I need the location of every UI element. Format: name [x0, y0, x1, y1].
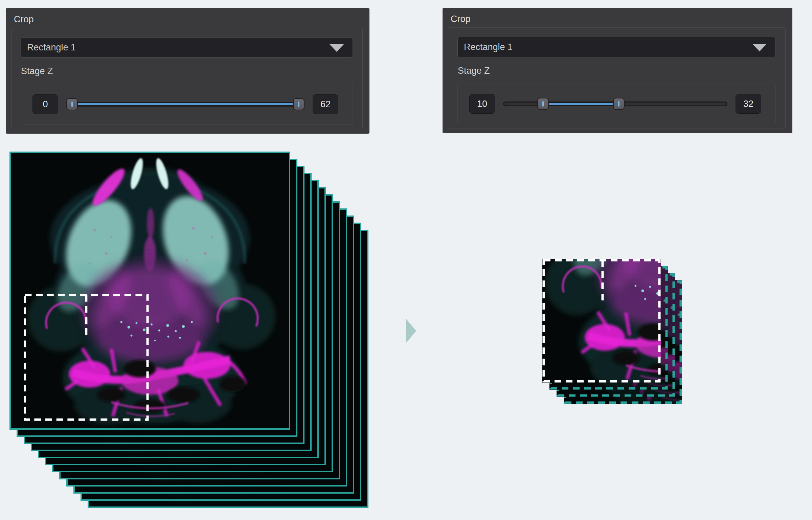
crop-groupbox: Rectangle 1 Stage Z 0 62 [11, 28, 363, 129]
crop-panel-left: Crop Rectangle 1 Stage Z 0 62 [6, 8, 369, 134]
slider-handle-high[interactable] [293, 98, 304, 110]
stage-z-max-field[interactable]: 62 [313, 94, 338, 114]
dropdown-arrow-icon [752, 44, 767, 51]
slider-fill [72, 103, 299, 106]
cropped-slice-front [542, 259, 661, 383]
panel-title: Crop [451, 14, 471, 24]
crop-panel-right: Crop Rectangle 1 Stage Z 10 32 [443, 8, 792, 133]
rectangle-select-value: Rectangle 1 [464, 42, 513, 52]
slider-handle-low[interactable] [537, 98, 549, 110]
rectangle-select[interactable]: Rectangle 1 [457, 37, 776, 57]
stage-z-min-field[interactable]: 0 [32, 94, 58, 114]
stage-z-sliderbox: 0 62 [21, 84, 353, 125]
stage-z-range-slider[interactable] [503, 97, 727, 111]
slider-handle-high[interactable] [613, 98, 625, 110]
dropdown-arrow-icon [330, 44, 344, 52]
stage-z-label: Stage Z [21, 66, 53, 76]
slider-fill [543, 102, 618, 106]
stage-z-sliderbox: 10 32 [457, 84, 776, 124]
panel-title: Crop [14, 14, 34, 25]
image-slice-front [9, 152, 290, 430]
stage-z-range-slider[interactable] [66, 97, 304, 111]
crop-groupbox: Rectangle 1 Stage Z 10 32 [448, 27, 786, 129]
source-stack [9, 152, 368, 508]
page: Crop Rectangle 1 Stage Z 0 62 Crop [0, 0, 812, 520]
arrow-right-icon [405, 318, 416, 344]
stage-z-max-field[interactable]: 32 [736, 94, 761, 114]
slider-handle-low[interactable] [66, 98, 78, 110]
rectangle-select-value: Rectangle 1 [27, 42, 76, 53]
cropped-stack [542, 259, 682, 404]
stage-z-label: Stage Z [458, 66, 490, 76]
stage-z-min-field[interactable]: 10 [469, 94, 495, 114]
rectangle-select[interactable]: Rectangle 1 [21, 37, 353, 58]
